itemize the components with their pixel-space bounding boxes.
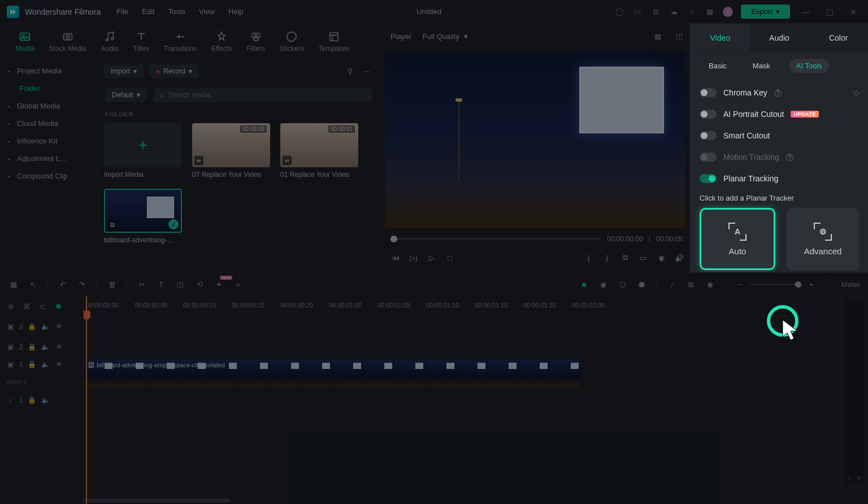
mute-icon[interactable]: 🔈 — [41, 396, 50, 404]
tab-titles[interactable]: Titles — [133, 31, 149, 53]
sidebar-item-global-media[interactable]: ▸Global Media — [0, 97, 98, 115]
marker-list-icon[interactable]: ⬢ — [636, 280, 648, 289]
sidebar-item-influence-kit[interactable]: ▸Influence Kit — [0, 132, 98, 150]
filter-icon[interactable]: ⚲ — [345, 65, 355, 78]
menu-edit[interactable]: Edit — [142, 7, 154, 16]
track-video3[interactable] — [84, 316, 841, 337]
play-button[interactable]: ▷ — [427, 254, 437, 262]
toggle-ai-portrait[interactable] — [700, 110, 717, 119]
mute-icon[interactable]: 🔈 — [41, 323, 50, 331]
info-icon[interactable]: ? — [786, 154, 793, 161]
track-header-video2[interactable]: ▣2🔒🔈👁 — [0, 337, 83, 357]
subtab-ai-tools[interactable]: AI Tools — [789, 59, 829, 73]
user-avatar[interactable] — [723, 7, 733, 17]
track-header-video3[interactable]: ▣3🔒🔈👁 — [0, 316, 83, 337]
keyframe-diamond-icon[interactable]: ◇ — [854, 89, 859, 97]
track-header-audio1[interactable]: ♪1🔒🔈 — [0, 390, 83, 410]
media-thumb-selected[interactable]: 🖼✓ billboard-advertising-... — [104, 189, 182, 244]
mark-out-button[interactable]: } — [602, 254, 612, 262]
menu-file[interactable]: File — [116, 7, 128, 16]
select-tool-icon[interactable]: ▦ — [8, 280, 19, 289]
sidebar-item-project-media[interactable]: ▸Project Media — [0, 62, 98, 80]
prev-frame-button[interactable]: ⏮ — [390, 254, 401, 262]
ai-face-icon[interactable]: ☻ — [579, 280, 590, 289]
track-audio1[interactable] — [84, 390, 841, 410]
display-icon[interactable]: ▭ — [638, 254, 648, 262]
sidebar-item-adjustment-layer[interactable]: ▸Adjustment L... — [0, 150, 98, 167]
tab-color[interactable]: Color — [809, 24, 868, 51]
tab-filters[interactable]: Filters — [246, 31, 265, 53]
eye-icon[interactable]: 👁 — [55, 360, 64, 368]
media-thumb[interactable]: 00:00:03⇄ 07 Replace Your Video — [192, 123, 270, 179]
more-tools-icon[interactable]: » — [232, 280, 244, 289]
time-ruler[interactable]: 00:00:00:00 00:00:00:05 00:00:00:10 00:0… — [84, 296, 841, 316]
export-button[interactable]: Export▾ — [741, 5, 790, 19]
tab-templates[interactable]: Templates — [319, 31, 350, 53]
tab-audio[interactable]: Audio — [750, 24, 809, 51]
zoom-slider[interactable] — [750, 284, 801, 285]
record-button[interactable]: ●Record▾ — [149, 64, 199, 78]
timeline-tracks[interactable]: 00:00:00:00 00:00:00:05 00:00:00:10 00:0… — [84, 296, 841, 504]
close-button[interactable]: ✕ — [845, 7, 861, 16]
lock-icon[interactable]: 🔒 — [28, 323, 37, 331]
add-track-icon[interactable]: ⊕ — [6, 302, 16, 311]
mute-icon[interactable]: 🔈 — [41, 360, 50, 368]
lock-icon[interactable]: 🔒 — [28, 396, 37, 404]
tab-transitions[interactable]: Transitions — [164, 31, 197, 53]
zoom-in-button[interactable]: + — [806, 280, 817, 289]
video-clip[interactable]: 🖼billboard-advertising-empty-space-city-… — [84, 359, 581, 387]
planar-advanced-button[interactable]: ⚙ Advanced — [787, 208, 859, 270]
marker-add-icon[interactable]: ⬡ — [617, 280, 628, 289]
eye-icon[interactable]: 👁 — [55, 323, 64, 331]
link-tool-icon[interactable]: ⟲ — [194, 280, 205, 289]
text-tool-icon[interactable]: T — [155, 280, 167, 289]
eye-icon[interactable]: 👁 — [55, 343, 64, 351]
magic-tool-icon[interactable]: ✦ — [213, 280, 224, 289]
redo-button[interactable]: ↷ — [76, 280, 88, 289]
subtab-mask[interactable]: Mask — [746, 59, 777, 73]
scrub-track[interactable] — [390, 238, 601, 240]
layout-grid-icon[interactable]: ▦ — [653, 31, 663, 42]
subtab-basic[interactable]: Basic — [702, 59, 734, 73]
volume-button[interactable]: 🔊 — [674, 254, 684, 262]
lock-icon[interactable]: 🔒 — [28, 343, 37, 351]
sidebar-item-compound-clip[interactable]: ▸Compound Clip — [0, 167, 98, 185]
sidebar-item-cloud-media[interactable]: ▸Cloud Media — [0, 115, 98, 132]
menu-tools[interactable]: Tools — [168, 7, 185, 16]
pointer-tool-icon[interactable]: ↖ — [27, 280, 38, 289]
toggle-chroma-key[interactable] — [700, 88, 717, 97]
track-video1[interactable]: 🖼billboard-advertising-empty-space-city-… — [84, 357, 841, 390]
menu-view[interactable]: View — [199, 7, 215, 16]
record-dot-icon[interactable]: ◯ — [614, 7, 624, 17]
info-icon[interactable]: ? — [774, 89, 782, 97]
cloud-icon[interactable]: ☁ — [669, 7, 679, 17]
search-field[interactable] — [168, 91, 366, 99]
minimize-button[interactable]: — — [798, 7, 814, 16]
stop-button[interactable]: □ — [445, 254, 455, 262]
import-button[interactable]: Import▾ — [104, 64, 144, 78]
tab-video[interactable]: Video — [691, 24, 750, 51]
magnet-icon[interactable]: ⊂ — [37, 302, 47, 311]
step-back-button[interactable]: ▷| — [409, 254, 419, 262]
menu-help[interactable]: Help — [228, 7, 244, 16]
library-icon[interactable]: ⧉ — [650, 7, 661, 17]
timeline-scrollbar[interactable] — [84, 498, 231, 503]
mute-icon[interactable]: 🔈 — [41, 343, 50, 351]
ratio-icon[interactable]: ⧉ — [620, 253, 630, 262]
import-media-tile[interactable]: + Import Media — [104, 123, 182, 179]
tab-stickers[interactable]: Stickers — [280, 31, 304, 53]
planar-auto-button[interactable]: A Auto — [700, 208, 775, 270]
headset-icon[interactable]: ⌂ — [687, 7, 697, 17]
media-thumb[interactable]: 00:00:01⇄ 01 Replace Your Video — [280, 123, 358, 179]
delete-button[interactable]: 🗑 — [106, 280, 118, 289]
toggle-planar-tracking[interactable] — [700, 174, 717, 183]
split-button[interactable]: ✂ — [136, 280, 147, 289]
apps-icon[interactable]: ▦ — [705, 7, 715, 17]
snapshot-button[interactable]: ◉ — [656, 254, 666, 262]
tab-effects[interactable]: Effects — [211, 31, 232, 53]
playhead[interactable] — [86, 296, 87, 504]
sort-dropdown[interactable]: Default▾ — [105, 88, 147, 102]
mark-in-button[interactable]: { — [584, 254, 594, 262]
sidebar-item-folder[interactable]: Folder — [0, 80, 98, 97]
track-header-video1[interactable]: ▣1🔒🔈👁Video 1 — [0, 357, 83, 390]
